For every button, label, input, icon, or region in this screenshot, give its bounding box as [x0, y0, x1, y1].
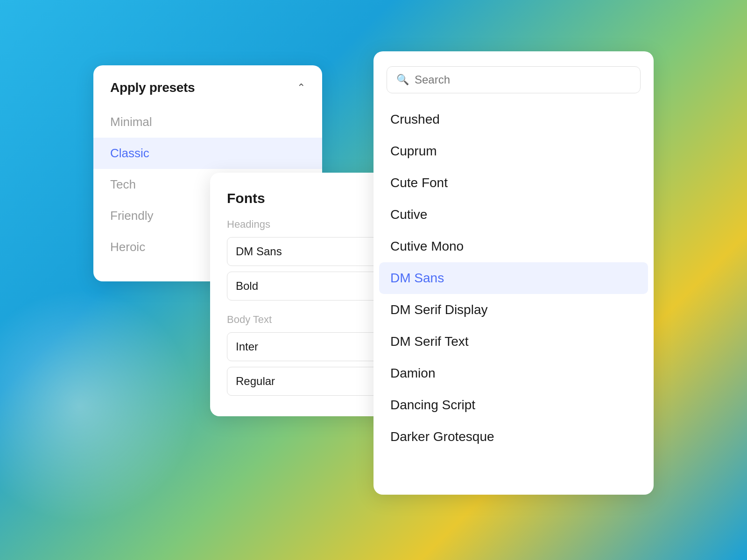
font-item-dancing-script[interactable]: Dancing Script [374, 389, 654, 421]
font-item-crushed[interactable]: Crushed [374, 104, 654, 135]
font-item-cute-font[interactable]: Cute Font [374, 167, 654, 199]
fontlist-panel: 🔍 Crushed Cuprum Cute Font Cutive Cutive… [374, 51, 654, 495]
font-item-damion[interactable]: Damion [374, 357, 654, 389]
preset-item-classic[interactable]: Classic [93, 138, 322, 169]
search-icon: 🔍 [396, 74, 409, 86]
font-item-dm-serif-display[interactable]: DM Serif Display [374, 294, 654, 326]
preset-item-minimal[interactable]: Minimal [93, 106, 322, 138]
presets-title: Apply presets [110, 80, 195, 95]
font-list: Crushed Cuprum Cute Font Cutive Cutive M… [374, 104, 654, 453]
panels-container: Apply presets ⌃ Minimal Classic Tech Fri… [93, 51, 654, 509]
font-item-darker-grotesque[interactable]: Darker Grotesque [374, 421, 654, 453]
presets-header: Apply presets ⌃ [93, 80, 322, 106]
font-item-cutive-mono[interactable]: Cutive Mono [374, 231, 654, 262]
chevron-up-icon: ⌃ [297, 82, 305, 94]
font-item-cuprum[interactable]: Cuprum [374, 135, 654, 167]
font-item-dm-sans[interactable]: DM Sans [379, 262, 648, 294]
font-item-cutive[interactable]: Cutive [374, 199, 654, 231]
font-item-dm-serif-text[interactable]: DM Serif Text [374, 326, 654, 357]
search-box: 🔍 [387, 66, 641, 93]
search-wrapper: 🔍 [374, 66, 654, 104]
search-input[interactable] [415, 73, 631, 86]
